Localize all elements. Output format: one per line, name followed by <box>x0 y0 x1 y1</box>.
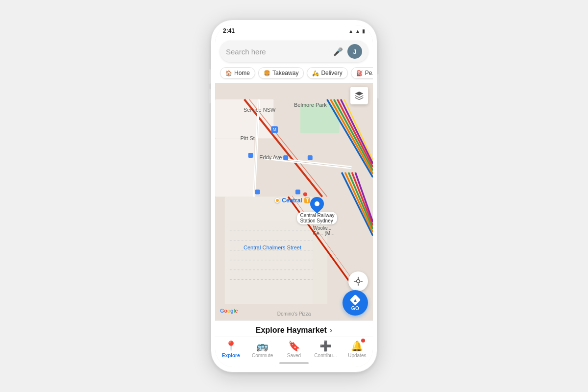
home-indicator-area <box>215 360 373 367</box>
nav-saved[interactable]: 🔖 Saved <box>278 340 310 358</box>
location-button[interactable] <box>348 271 368 291</box>
dominos-pizza-label: Domino's Pizza <box>277 311 311 317</box>
vol-down-button[interactable] <box>209 89 211 103</box>
petrol-chip-icon: ⛽ <box>356 70 363 76</box>
takeaway-chip-icon: 🍔 <box>264 70 270 76</box>
map-area[interactable]: M Service NSW Belmore Park Pitt St Eddy … <box>215 83 373 320</box>
chip-home[interactable]: 🏠 Home <box>220 67 255 79</box>
explore-nav-icon: 📍 <box>225 340 237 352</box>
status-bar: 2:41 ▲ ▲ ▮ <box>215 25 373 37</box>
svg-rect-13 <box>308 155 313 160</box>
nav-updates[interactable]: 🔔 Updates <box>342 340 373 358</box>
status-icons: ▲ ▲ ▮ <box>348 28 365 34</box>
pin-inner <box>314 200 320 207</box>
go-diamond-container: ▲ <box>350 295 360 305</box>
go-navigation-button[interactable]: ▲ GO <box>343 290 368 316</box>
saved-nav-icon: 🔖 <box>288 340 300 352</box>
nav-contribute[interactable]: ➕ Contribu... <box>310 340 341 358</box>
updates-badge <box>361 339 365 343</box>
central-station-pin[interactable]: Central RailwayStation Sydney <box>297 197 337 224</box>
svg-rect-15 <box>248 153 253 158</box>
bottom-sheet[interactable]: Explore Haymarket › <box>215 320 373 337</box>
layers-button[interactable] <box>350 87 368 104</box>
contribute-nav-icon: ➕ <box>319 340 332 352</box>
go-label: GO <box>351 306 360 311</box>
home-indicator-bar <box>279 362 309 364</box>
chip-petrol[interactable]: ⛽ Pe... <box>351 67 373 79</box>
explore-haymarket-text: Explore Haymarket <box>256 326 327 335</box>
wifi-icon: ▲ <box>355 28 360 34</box>
chip-petrol-label: Pe... <box>365 70 373 76</box>
saved-nav-label: Saved <box>287 353 301 358</box>
svg-point-20 <box>357 280 360 283</box>
explore-arrow: › <box>330 326 332 335</box>
go-arrow-icon: ▲ <box>353 297 358 302</box>
updates-nav-icon: 🔔 <box>351 340 363 352</box>
updates-nav-label: Updates <box>348 353 366 358</box>
bottom-navigation: 📍 Explore 🚌 Commute 🔖 Saved ➕ Contribu..… <box>215 337 373 360</box>
user-avatar[interactable]: J <box>347 44 362 59</box>
power-button[interactable] <box>377 74 379 98</box>
chip-takeaway[interactable]: 🍔 Takeaway <box>258 67 304 79</box>
google-logo: Google <box>220 308 238 314</box>
mic-button[interactable]: 🎤 <box>333 46 343 57</box>
contribute-nav-label: Contribu... <box>314 353 337 358</box>
svg-rect-14 <box>255 190 260 195</box>
svg-rect-5 <box>230 221 327 304</box>
nav-explore[interactable]: 📍 Explore <box>215 340 246 358</box>
explore-nav-label: Explore <box>222 353 240 358</box>
search-area: Search here 🎤 J <box>215 37 373 65</box>
chip-takeaway-label: Takeaway <box>272 70 298 76</box>
vol-up-button[interactable] <box>209 69 211 84</box>
chip-delivery-label: Delivery <box>321 70 342 76</box>
svg-rect-12 <box>283 155 288 160</box>
signal-icon: ▲ <box>348 28 353 34</box>
search-placeholder: Search here <box>226 48 329 56</box>
filter-chips: 🏠 Home 🍔 Takeaway 🛵 Delivery ⛽ Pe... <box>215 65 373 83</box>
phone-screen: 2:41 ▲ ▲ ▮ Search here 🎤 J 🏠 Home 🍔 <box>215 25 373 367</box>
commute-nav-label: Commute <box>252 353 273 358</box>
svg-text:M: M <box>273 127 276 132</box>
svg-point-19 <box>303 193 307 196</box>
central-dot <box>275 198 280 203</box>
station-pin-label: Central RailwayStation Sydney <box>297 212 337 224</box>
home-chip-icon: 🏠 <box>225 70 232 76</box>
search-bar[interactable]: Search here 🎤 J <box>220 41 368 62</box>
explore-title: Explore Haymarket › <box>223 326 365 335</box>
battery-icon: ▮ <box>362 28 365 34</box>
svg-rect-3 <box>215 138 254 196</box>
chip-delivery[interactable]: 🛵 Delivery <box>307 67 347 79</box>
delivery-chip-icon: 🛵 <box>312 70 319 76</box>
status-time: 2:41 <box>223 27 235 34</box>
chip-home-label: Home <box>234 70 250 76</box>
phone-device: 2:41 ▲ ▲ ▮ Search here 🎤 J 🏠 Home 🍔 <box>211 20 377 372</box>
commute-nav-icon: 🚌 <box>256 340 269 352</box>
nav-commute[interactable]: 🚌 Commute <box>246 340 278 358</box>
pin-shape <box>308 194 327 214</box>
svg-rect-16 <box>295 190 300 195</box>
